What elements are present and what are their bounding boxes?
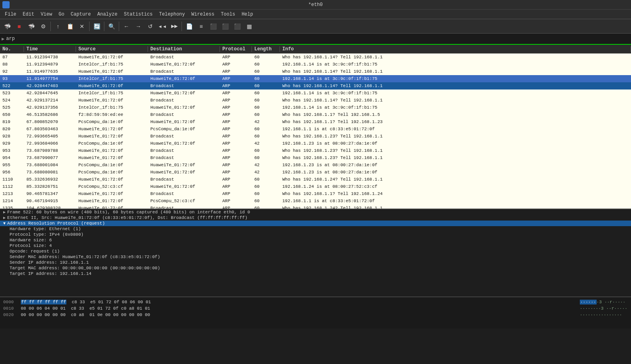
toolbar-zoom-in-btn[interactable]: ⬛ xyxy=(208,21,219,32)
packet-cell-dst: HuaweiTe_01:72:0f xyxy=(148,62,220,67)
menu-item-capture[interactable]: Capture xyxy=(68,11,94,18)
menu-item-statistics[interactable]: Statistics xyxy=(121,11,156,18)
packet-row[interactable]: 95673.688080081PcsCompu_da:1e:0fHuaweiTe… xyxy=(0,169,631,176)
packet-row[interactable]: 95573.688001084PcsCompu_da:1e:0fHuaweiTe… xyxy=(0,161,631,169)
toolbar-save-btn[interactable]: 📋 xyxy=(64,21,76,32)
toolbar-colorize-btn[interactable]: 📄 xyxy=(184,21,195,32)
detail-sender-mac[interactable]: Sender MAC address: HuaweiTe_01:72:0f (c… xyxy=(0,254,631,260)
packet-cell-no: 929 xyxy=(0,141,24,146)
packet-cell-proto: ARP xyxy=(220,98,252,103)
window-title: *eth0 xyxy=(308,2,323,8)
packet-cell-dst: Broadcast xyxy=(148,112,220,117)
packet-row[interactable]: 9211.914977635HuaweiTe_01:72:0fBroadcast… xyxy=(0,68,631,75)
packet-cell-info: 192.168.1.1 is at c8:33:e5:01:72:0f xyxy=(280,199,631,203)
toolbar-zoom-100-btn[interactable]: ⬛ xyxy=(232,21,243,32)
packet-row[interactable]: 1335104.679308328HuaweiTe_01:72:0fBroadc… xyxy=(0,205,631,209)
packet-row[interactable]: 111285.332826751PcsCompu_52:c3:cfHuaweiT… xyxy=(0,183,631,190)
arp-arrow: ▼ xyxy=(3,221,6,226)
packet-cell-no: 928 xyxy=(0,134,24,139)
packet-row[interactable]: 9311.914977754IntelCor_1f:b1:75HuaweiTe_… xyxy=(0,75,631,82)
packet-cell-dst: Broadcast xyxy=(148,148,220,153)
toolbar-filter-btn[interactable]: ≡ xyxy=(196,21,207,32)
packet-row[interactable]: 95373.687989788HuaweiTe_01:72:0fBroadcas… xyxy=(0,147,631,154)
menu-item-go[interactable]: Go xyxy=(55,11,67,18)
packet-cell-time: 73.688001084 xyxy=(24,163,76,167)
packet-row[interactable]: 95473.687990077HuaweiTe_01:72:0fBroadcas… xyxy=(0,154,631,161)
menu-item-wireless[interactable]: Wireless xyxy=(188,11,218,18)
filter-input[interactable] xyxy=(6,36,629,42)
toolbar-first-btn[interactable]: ↺ xyxy=(145,21,156,32)
sender-mac-text: Sender MAC address: HuaweiTe_01:72:0f (c… xyxy=(10,255,160,259)
detail-ethernet[interactable]: ▶ Ethernet II, Src: HuaweiTe_01:72:0f (c… xyxy=(0,215,631,221)
menu-item-telephony[interactable]: Telephony xyxy=(156,11,188,18)
detail-frame[interactable]: ▶ Frame 522: 60 bytes on wire (480 bits)… xyxy=(0,209,631,215)
detail-opcode[interactable]: Opcode: request (1) xyxy=(0,249,631,254)
toolbar-reload-btn[interactable]: 🔄 xyxy=(91,21,102,32)
hex-row-2: 0020 00 00 00 00 00 00 c0 a8 01 0e 00 00… xyxy=(3,312,628,318)
detail-sender-ip[interactable]: Sender IP address: 192.168.1.1 xyxy=(0,260,631,265)
packet-cell-time: 42.928447645 xyxy=(24,91,76,95)
packet-row[interactable]: 92972.993684066PcsCompu_da:1e:0fHuaweiTe… xyxy=(0,140,631,147)
menu-item-analyze[interactable]: Analyze xyxy=(94,11,120,18)
packet-cell-proto: ARP xyxy=(220,69,252,74)
toolbar-layout-btn[interactable]: ▦ xyxy=(244,21,255,32)
packet-details: ▶ Frame 522: 60 bytes on wire (480 bits)… xyxy=(0,209,631,296)
detail-target-mac[interactable]: Target MAC address: 00:00:00_00:00:00 (0… xyxy=(0,265,631,271)
packet-row[interactable]: 111085.332636932HuaweiTe_01:72:0fBroadca… xyxy=(0,176,631,183)
detail-hw-type[interactable]: Hardware type: Ethernet (1) xyxy=(0,226,631,232)
menu-item-view[interactable]: View xyxy=(38,11,56,18)
col-time: Time xyxy=(24,46,76,52)
menu-item-tools[interactable]: Tools xyxy=(218,11,238,18)
detail-target-ip[interactable]: Target IP address: 192.168.1.14 xyxy=(0,271,631,276)
packet-row[interactable]: 52442.929137214HuaweiTe_01:72:0fBroadcas… xyxy=(0,97,631,104)
col-no: No. xyxy=(0,46,24,52)
packet-row[interactable]: 121490.467194915HuaweiTe_01:72:0fPcsComp… xyxy=(0,197,631,205)
packet-cell-len: 60 xyxy=(252,62,280,67)
hex-row-0: 0000 ff ff ff ff ff ff c8 33 e5 01 72 0f… xyxy=(3,299,628,305)
packet-cell-info: Who has 192.168.1.23? Tell 192.168.1.1 xyxy=(280,148,631,153)
packet-cell-len: 60 xyxy=(252,105,280,110)
packet-row[interactable]: 52242.928447403HuaweiTe_01:72:0fBroadcas… xyxy=(0,82,631,90)
toolbar-zoom-out-btn[interactable]: ⬛ xyxy=(220,21,231,32)
packet-row[interactable]: 92872.993665405HuaweiTe_01:72:0fBroadcas… xyxy=(0,133,631,140)
toolbar-restart-btn[interactable]: 🦈 xyxy=(26,21,37,32)
toolbar-options-btn[interactable]: ⚙ xyxy=(38,21,49,32)
toolbar-search-btn[interactable]: 🔍 xyxy=(106,21,117,32)
detail-hw-size[interactable]: Hardware size: 6 xyxy=(0,237,631,243)
packet-cell-time: 46.513582686 xyxy=(24,112,76,117)
packet-row[interactable]: 121390.465781347HuaweiTe_01:72:0fBroadca… xyxy=(0,190,631,197)
toolbar-prev-btn[interactable]: ◄◄ xyxy=(157,21,168,32)
packet-cell-len: 60 xyxy=(252,134,280,139)
toolbar-sep-4 xyxy=(119,22,119,31)
toolbar-next-btn[interactable]: ▶▶ xyxy=(169,21,180,32)
detail-arp-header[interactable]: ▼ Address Resolution Protocol (request) xyxy=(0,221,631,226)
packet-row[interactable]: 8711.912394738HuaweiTe_01:72:0fBroadcast… xyxy=(0,54,631,61)
toolbar-shark-btn[interactable]: 🦈 xyxy=(2,21,13,32)
packet-cell-proto: ARP xyxy=(220,62,252,67)
packet-cell-proto: ARP xyxy=(220,163,252,167)
packet-row[interactable]: 8811.912394879IntelCor_1f:b1:75HuaweiTe_… xyxy=(0,61,631,68)
packet-row[interactable]: 52342.928447645IntelCor_1f:b1:75HuaweiTe… xyxy=(0,90,631,97)
packet-cell-proto: ARP xyxy=(220,148,252,153)
menu-item-file[interactable]: File xyxy=(2,11,20,18)
packet-row[interactable]: 52542.929137356IntelCor_1f:b1:75HuaweiTe… xyxy=(0,104,631,111)
detail-proto-size[interactable]: Protocol size: 4 xyxy=(0,243,631,249)
packet-row[interactable]: 81967.800852070PcsCompu_da:1e:0fHuaweiTe… xyxy=(0,118,631,125)
menu-item-edit[interactable]: Edit xyxy=(20,11,38,18)
packet-cell-no: 819 xyxy=(0,119,24,124)
toolbar-open-btn[interactable]: ↑ xyxy=(52,21,64,32)
packet-row[interactable]: 65046.513582686f2:8d:59:59:ed:eeBroadcas… xyxy=(0,111,631,118)
detail-proto-type[interactable]: Protocol type: IPv4 (0x0800) xyxy=(0,232,631,237)
toolbar-close-btn[interactable]: ✕ xyxy=(76,21,88,32)
main-content: No. Time Source Destination Protocol Len… xyxy=(0,45,631,364)
packet-cell-info: Who has 192.168.1.14? Tell 192.168.1.1 xyxy=(280,55,631,60)
packet-cell-len: 60 xyxy=(252,91,280,95)
menu-item-help[interactable]: Help xyxy=(238,11,256,18)
toolbar-fwd-btn[interactable]: → xyxy=(133,21,144,32)
packet-cell-proto: ARP xyxy=(220,76,252,81)
packet-cell-dst: HuaweiTe_01:72:0f xyxy=(148,184,220,189)
toolbar-back-btn[interactable]: ← xyxy=(121,21,132,32)
packet-cell-no: 955 xyxy=(0,163,24,167)
toolbar-stop-btn[interactable]: ■ xyxy=(14,21,25,32)
packet-row[interactable]: 82067.803503463HuaweiTe_01:72:0fPcsCompu… xyxy=(0,125,631,133)
